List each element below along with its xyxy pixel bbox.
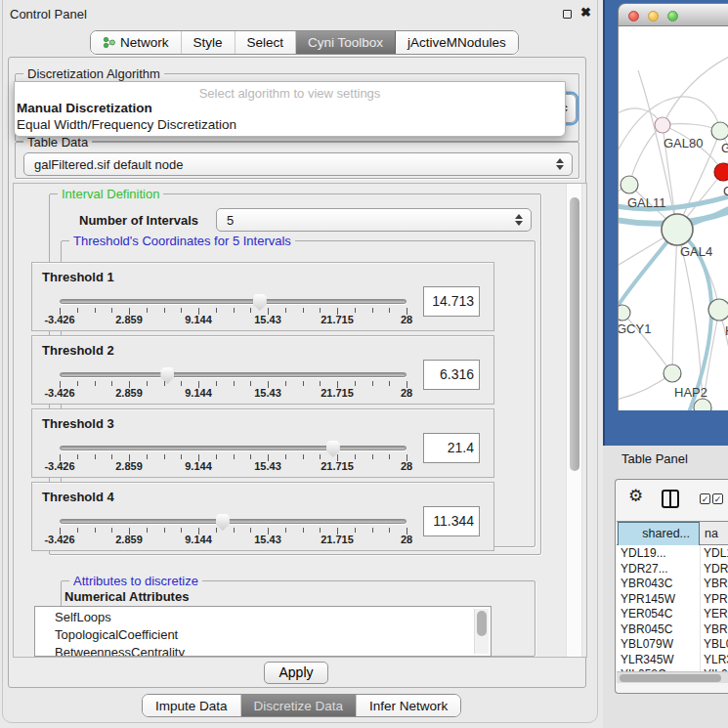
threshold-slider[interactable] [60,299,407,304]
threshold-slider[interactable] [60,446,407,450]
threshold-slider[interactable] [60,519,407,524]
network-node[interactable] [664,364,681,382]
bottom-tab-infer-network[interactable]: Infer Network [357,695,460,716]
tick-mark [77,454,78,459]
tab-cyni-toolbox[interactable]: Cyni Toolbox [296,31,396,54]
tick-mark [372,381,373,386]
tick-label: 15.43 [254,534,281,545]
network-node[interactable] [655,117,670,133]
network-node[interactable] [714,163,728,181]
network-node[interactable] [711,122,728,140]
close-icon[interactable]: ✖ [580,5,591,20]
threshold-label: Threshold 3 [42,416,114,431]
desktop-background: GAL80GACGAL11GAL4GCY1HHAP2 [603,0,728,446]
checkbox-icon[interactable]: ✓ [712,493,723,504]
column-header-name[interactable]: na [701,522,728,546]
tick-label: 2.859 [115,534,143,545]
table-row[interactable]: YLR345WYLR3 [617,652,728,667]
table-row[interactable]: YPR145WYPR1 [617,591,728,607]
attribute-item[interactable]: TopologicalCoefficient [55,627,178,642]
vertical-scrollbar-thumb[interactable] [570,197,579,471]
network-window-titlebar[interactable] [618,3,728,26]
bottom-tab-discretize-data[interactable]: Discretize Data [241,695,358,716]
network-node[interactable] [694,399,711,410]
float-window-icon[interactable] [563,10,572,19]
network-window: GAL80GACGAL11GAL4GCY1HHAP2 [618,3,728,410]
tab-label: Select [247,35,284,50]
network-node[interactable] [619,305,630,321]
tick-mark [250,308,251,313]
slider-thumb[interactable] [216,514,230,531]
cell-name: YPR1 [704,592,728,606]
list-scrollbar-thumb[interactable] [477,611,487,636]
table-header-row: shared... na [617,521,728,545]
popup-item-manual[interactable]: Manual Discretization [17,101,152,115]
table-row[interactable]: YER054CYER0 [617,606,728,621]
tick-label: 28 [401,534,412,545]
column-header-shared-name[interactable]: shared... [618,522,700,546]
tick-label: 2.859 [115,460,143,472]
tick-mark [216,308,217,313]
horizontal-scrollbar-thumb[interactable] [620,674,721,682]
split-columns-icon[interactable] [662,490,679,508]
node-table: shared... na YDL19...YDL1YDR27...YDR2YBR… [617,521,728,671]
combo-stepper-icon [514,214,523,226]
number-of-intervals-combobox[interactable]: 5 [216,208,532,232]
tick-label: -3.426 [44,460,74,472]
tab-jactivemnodules[interactable]: jActiveMNodules [396,31,518,54]
tab-network[interactable]: Network [91,31,182,54]
tick-mark [389,308,390,313]
threshold-value-field[interactable]: 21.4 [423,433,480,463]
table-row[interactable]: YBL079WYBL0 [617,636,728,652]
threshold-value-field[interactable]: 11.344 [423,506,480,536]
network-icon [103,36,115,49]
tick-mark [147,308,148,313]
network-node[interactable] [708,299,728,321]
horizontal-scrollbar[interactable] [617,671,728,683]
tab-select[interactable]: Select [236,31,297,54]
tick-mark [181,381,182,386]
table-row[interactable]: YBR043CYBR0 [617,576,728,591]
network-edge [629,125,663,185]
minimize-traffic-light-icon[interactable] [648,11,659,21]
table-row[interactable]: YDR27...YDR2 [617,561,728,577]
close-traffic-light-icon[interactable] [628,11,639,21]
threshold-value-field[interactable]: 14.713 [423,286,480,317]
checkbox-icon[interactable]: ✓ [700,493,710,504]
threshold-value-field[interactable]: 6.316 [423,360,480,390]
table-data-combobox[interactable]: galFiltered.sif default node [23,152,573,176]
tick-label: 21.715 [321,314,354,325]
network-node[interactable] [662,214,693,245]
zoom-traffic-light-icon[interactable] [667,11,678,21]
apply-button[interactable]: Apply [264,662,328,684]
cell-name: YDL1 [704,546,728,560]
tick-mark [372,528,373,533]
node-label: GAL4 [680,244,712,259]
network-canvas[interactable]: GAL80GACGAL11GAL4GCY1HHAP2 [618,26,728,410]
gear-icon[interactable]: ⚙ [628,488,643,504]
tick-label: 2.859 [115,387,143,399]
tick-mark [389,381,390,386]
list-scrollbar[interactable] [474,609,489,654]
popup-item-equal-width[interactable]: Equal Width/Frequency Discretization [17,117,236,132]
slider-thumb[interactable] [253,294,267,311]
threshold-label: Threshold 4 [42,490,114,504]
cell-shared-name: YBR043C [621,577,672,590]
table-row[interactable]: YDL19...YDL1 [617,545,728,561]
tick-mark [285,381,286,386]
table-row[interactable]: YBR045CYBR0 [617,621,728,637]
attribute-item[interactable]: SelfLoops [55,610,111,624]
tick-mark [372,308,373,313]
tick-mark [250,381,251,386]
number-of-intervals-value: 5 [227,213,234,228]
threshold-label: Threshold 2 [42,343,114,358]
tick-label: 21.715 [321,534,354,545]
network-node[interactable] [621,176,638,193]
interval-definition-title: Interval Definition [58,187,163,201]
tab-style[interactable]: Style [182,31,236,54]
threshold-slider[interactable] [60,372,407,377]
cell-name: YBL0 [704,637,728,651]
bottom-tab-impute-data[interactable]: Impute Data [143,695,241,716]
attribute-item[interactable]: BetweennessCentrality [55,645,185,657]
vertical-scrollbar[interactable] [566,184,582,657]
